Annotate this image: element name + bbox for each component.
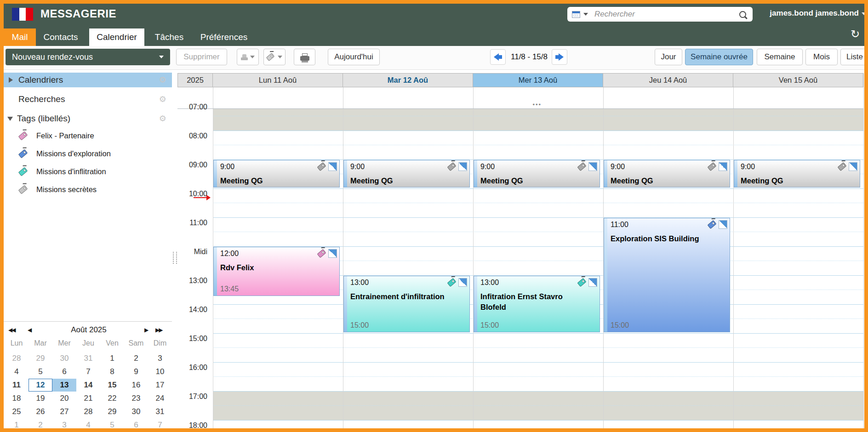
view-button-2[interactable]: Semaine ouvrée [685,49,753,65]
sidebar-splitter[interactable] [172,70,177,428]
tab-tâches[interactable]: Tâches [144,28,194,46]
event-meeting-qg[interactable]: 9:00Meeting QG [474,160,600,188]
mini-cal-prev-year-icon[interactable]: ◀◀ [8,327,15,333]
mini-cal-day[interactable]: 29 [100,405,124,418]
twisty-expanded-icon[interactable] [7,117,13,121]
event-exploration-sis-building[interactable]: 11:00Exploration SIS Building15:00 [604,218,730,332]
new-appointment-button[interactable]: Nouveau rendez-vous [6,49,170,65]
mini-cal-day[interactable]: 7 [76,365,100,378]
mini-cal-day[interactable]: 1 [5,419,29,432]
mini-cal-day[interactable]: 25 [5,405,29,418]
day-header-2[interactable]: Mar 12 Aoû [343,73,473,87]
tab-contacts[interactable]: Contacts [38,28,84,46]
mini-cal-day[interactable]: 31 [76,352,100,365]
mini-cal-day[interactable]: 3 [52,419,76,432]
next-week-button[interactable] [552,49,567,65]
sidebar-section-1[interactable]: Calendriers⚙ [4,73,172,87]
mini-cal-day[interactable]: 12 [29,379,52,392]
mini-cal-day[interactable]: 19 [29,392,52,405]
mini-cal-day[interactable]: 15 [100,379,124,392]
mini-cal-day[interactable]: 5 [100,419,124,432]
tab-mail[interactable]: Mail [4,28,36,46]
mini-cal-day[interactable]: 28 [5,352,29,365]
mini-cal-day[interactable]: 2 [124,352,148,365]
mini-cal-day[interactable]: 26 [29,405,52,418]
sidebar-tag-item[interactable]: Missions d'inflitration [4,164,172,179]
stamp-menu-button[interactable] [237,49,259,65]
search-input[interactable]: Rechercher [567,7,753,22]
mini-cal-day[interactable]: 20 [52,392,76,405]
view-button-5[interactable]: Liste [840,49,868,65]
mini-cal-day[interactable]: 4 [5,365,29,378]
sidebar-tag-item[interactable]: Missions d'exploration [4,146,172,161]
event-meeting-qg[interactable]: 9:00Meeting QG [734,160,860,188]
view-button-4[interactable]: Mois [805,49,838,65]
user-menu-arrow-icon[interactable] [862,12,866,15]
mini-cal-day[interactable]: 2 [29,419,52,432]
user-menu[interactable]: james.bond james.bond [761,9,859,18]
gear-icon[interactable]: ⚙ [159,75,166,85]
mini-cal-next-month-icon[interactable]: ▶ [144,327,148,333]
search-scope-arrow-icon[interactable] [583,13,588,16]
event-meeting-qg[interactable]: 9:00Meeting QG [343,160,470,188]
today-button[interactable]: Aujourd'hui [328,49,380,65]
sidebar-tag-item[interactable]: Felix - Partenaire [4,128,172,143]
sidebar-tag-item[interactable]: Missions secrètes [4,182,172,197]
mini-cal-day[interactable]: 10 [148,365,172,378]
previous-week-button[interactable] [490,49,506,65]
mini-cal-day[interactable]: 16 [124,379,148,392]
mini-cal-prev-month-icon[interactable]: ◀ [28,327,31,333]
event-meeting-qg[interactable]: 9:00Meeting QG [213,160,340,188]
mini-cal-day[interactable]: 6 [52,365,76,378]
mini-cal-day[interactable]: 27 [52,405,76,418]
tag-menu-button[interactable] [263,49,286,65]
mini-cal-next-year-icon[interactable]: ▶▶ [155,327,162,333]
mini-cal-day[interactable]: 3 [148,352,172,365]
twisty-collapsed-icon[interactable] [9,77,13,83]
day-header-4[interactable]: Jeu 14 Aoû [603,73,733,87]
splitter-grip-icon[interactable] [173,252,177,264]
mini-cal-day[interactable]: 1 [100,352,124,365]
day-header-3[interactable]: Mer 13 Aoû [473,73,603,87]
mini-cal-day[interactable]: 24 [148,392,172,405]
new-appointment-arrow-icon[interactable] [159,56,164,58]
mini-cal-day[interactable]: 4 [76,419,100,432]
mini-cal-day[interactable]: 29 [29,352,52,365]
mini-cal-day[interactable]: 30 [52,352,76,365]
refresh-icon[interactable]: ↻ [851,28,860,40]
print-button[interactable] [294,49,315,65]
day-header-5[interactable]: Ven 15 Aoû [733,73,863,87]
mini-cal-day[interactable]: 22 [100,392,124,405]
event-infitration-ernst-stavro-blofeld[interactable]: 13:00Infitration Ernst Stavro Blofeld15:… [474,276,600,332]
gear-icon[interactable]: ⚙ [159,114,166,124]
mini-cal-day[interactable]: 18 [5,392,29,405]
mini-cal-day[interactable]: 13 [52,379,76,392]
tab-préférences[interactable]: Préférences [194,28,254,46]
mini-cal-day[interactable]: 30 [124,405,148,418]
mini-cal-day[interactable]: 23 [124,392,148,405]
mini-cal-day[interactable]: 11 [5,379,29,392]
sidebar-section-2[interactable]: Recherches⚙ [4,92,172,107]
mini-cal-day[interactable]: 9 [124,365,148,378]
mini-cal-day[interactable]: 5 [29,365,52,378]
mini-cal-day[interactable]: 21 [76,392,100,405]
mini-cal-day[interactable]: 14 [76,379,100,392]
mini-cal-day[interactable]: 8 [100,365,124,378]
view-button-1[interactable]: Jour [655,49,682,65]
mini-cal-day[interactable]: 7 [148,419,172,432]
mini-cal-day[interactable]: 28 [76,405,100,418]
search-scope-calendar-icon[interactable] [572,11,580,18]
tab-calendrier[interactable]: Calendrier [89,28,144,46]
delete-button[interactable]: Supprimer [176,49,227,65]
allday-expander-dots[interactable]: ••• [533,101,542,108]
view-button-3[interactable]: Semaine [757,49,803,65]
event-rdv-felix[interactable]: 12:00Rdv Felix13:45 [213,247,340,296]
search-icon[interactable] [739,11,746,18]
mini-cal-day[interactable]: 17 [148,379,172,392]
gear-icon[interactable]: ⚙ [159,94,166,104]
mini-cal-day[interactable]: 31 [148,405,172,418]
event-entrainement-d-infiltration[interactable]: 13:00Entrainement d'infiltration15:00 [343,276,470,332]
day-header-1[interactable]: Lun 11 Aoû [213,73,343,87]
mini-cal-day[interactable]: 6 [124,419,148,432]
event-meeting-qg[interactable]: 9:00Meeting QG [604,160,730,188]
